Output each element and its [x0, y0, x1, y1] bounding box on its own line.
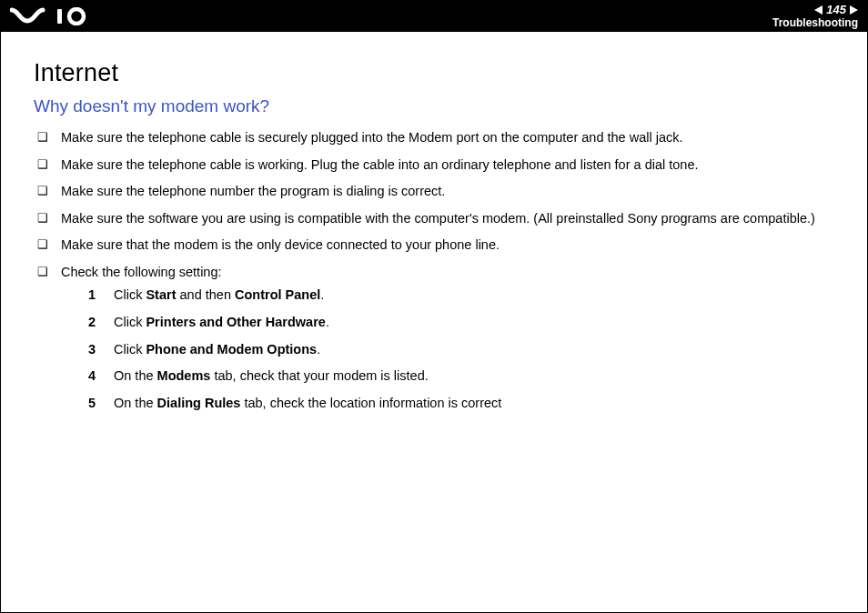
page-title: Internet	[34, 59, 845, 87]
list-item: Make sure that the modem is the only dev…	[34, 236, 845, 255]
step-pre: On the	[114, 396, 157, 410]
step-mid: tab, check that your modem is listed.	[210, 368, 428, 383]
page-navigation: 145	[772, 4, 858, 16]
list-item: Make sure the telephone number the progr…	[34, 183, 845, 201]
bullet-text: Make sure the telephone cable is securel…	[61, 130, 683, 145]
step-bold: Dialing Rules	[157, 396, 241, 410]
step-pre: Click	[114, 287, 146, 302]
step-post: .	[326, 315, 329, 329]
bullet-text: Make sure the telephone cable is working…	[61, 157, 698, 172]
list-item: Make sure the software you are using is …	[34, 210, 845, 228]
list-item: Check the following setting: Click Start…	[34, 264, 845, 412]
step-pre: On the	[114, 368, 157, 383]
bullet-list: Make sure the telephone cable is securel…	[34, 129, 845, 412]
svg-point-1	[69, 9, 84, 24]
prev-page-icon[interactable]	[814, 5, 823, 15]
step-bold: Printers and Other Hardware	[146, 315, 325, 329]
step-item: Click Printers and Other Hardware.	[88, 314, 845, 332]
step-mid: and then	[177, 287, 236, 302]
step-pre: Click	[114, 315, 146, 329]
vaio-logo-svg	[10, 7, 92, 25]
page-number: 145	[826, 4, 846, 16]
document-page: 145 Troubleshooting Internet Why doesn't…	[0, 0, 868, 613]
step-item: On the Dialing Rules tab, check the loca…	[88, 395, 845, 413]
svg-rect-0	[57, 9, 62, 24]
bullet-text: Make sure the software you are using is …	[61, 211, 815, 226]
bullet-text: Make sure that the modem is the only dev…	[61, 237, 500, 252]
step-bold: Phone and Modem Options	[146, 342, 317, 357]
content-area: Internet Why doesn't my modem work? Make…	[1, 32, 867, 412]
step-bold: Modems	[157, 368, 211, 383]
step-mid: tab, check the location information is c…	[240, 396, 501, 410]
bullet-text: Check the following setting:	[61, 265, 222, 279]
next-page-icon[interactable]	[850, 5, 858, 15]
step-post: .	[320, 287, 324, 302]
vaio-logo	[10, 7, 92, 25]
header-bar: 145 Troubleshooting	[1, 1, 867, 32]
list-item: Make sure the telephone cable is securel…	[34, 129, 845, 147]
step-item: On the Modems tab, check that your modem…	[88, 367, 845, 386]
steps-list: Click Start and then Control Panel. Clic…	[88, 286, 845, 412]
step-item: Click Start and then Control Panel.	[88, 286, 845, 305]
section-label: Troubleshooting	[772, 17, 858, 29]
bullet-text: Make sure the telephone number the progr…	[61, 184, 445, 198]
page-subtitle: Why doesn't my modem work?	[34, 96, 845, 116]
header-right: 145 Troubleshooting	[772, 4, 858, 29]
step-item: Click Phone and Modem Options.	[88, 341, 845, 359]
step-post: .	[317, 342, 320, 357]
list-item: Make sure the telephone cable is working…	[34, 156, 845, 175]
step-bold: Control Panel	[235, 287, 320, 302]
step-bold: Start	[146, 287, 176, 302]
step-pre: Click	[114, 342, 146, 357]
